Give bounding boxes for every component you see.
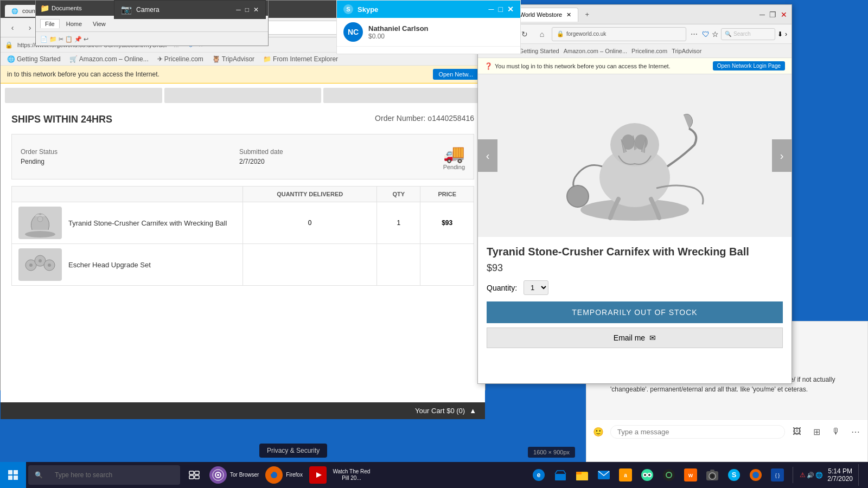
back-btn[interactable]: ‹ [5, 20, 20, 35]
firefox-taskbar-icon[interactable] [747, 466, 764, 484]
desktop-btn[interactable] [858, 464, 861, 486]
forge-bm-tripadvisor[interactable]: TripAdvisor [672, 48, 701, 54]
forge-more[interactable]: ⋯ [688, 29, 700, 39]
bookmark-tripadvisor[interactable]: 🦉 TripAdvisor [210, 54, 257, 64]
forge-url-bar[interactable]: 🔒 forgeworld.co.uk [552, 27, 686, 41]
svg-text:a: a [624, 472, 628, 478]
taskbar-search[interactable]: 🔍 [28, 465, 180, 485]
date-display: 2/7/2020 [827, 475, 853, 483]
cam-minimize[interactable]: ─ [236, 6, 241, 14]
svg-point-51 [644, 474, 646, 476]
skype-username: Nathaniel Carlson [368, 24, 514, 33]
more-btn[interactable]: ⋯ [848, 424, 863, 439]
forge-bm-started[interactable]: Getting Started [519, 48, 559, 54]
start-button[interactable] [0, 462, 26, 488]
fe-tab-file[interactable]: File [40, 19, 60, 28]
forge-warn-text: You must log in to this network before y… [495, 63, 713, 69]
forge-bm-amazon[interactable]: Amazon.com – Online... [564, 48, 627, 54]
forge-new-tab[interactable]: + [580, 9, 593, 21]
price-header: PRICE [420, 187, 474, 202]
resolution-bar: 868 × 488px [528, 447, 575, 458]
image-btn[interactable]: 🖼 [789, 424, 805, 439]
winamp-icon[interactable]: W [682, 466, 699, 484]
bookmark-ie[interactable]: 📁 From Internet Explorer [261, 54, 340, 64]
cam-close[interactable]: ✕ [253, 6, 259, 14]
qty-cell: 1 [377, 202, 420, 244]
chat-input[interactable] [610, 425, 785, 439]
qty-delivered-header: QUANTITY DELIVERED [243, 187, 377, 202]
forge-qty-select[interactable]: 1 2 3 [524, 280, 548, 295]
forge-menu[interactable]: › [785, 30, 787, 38]
skype-taskbar-icon[interactable]: S [725, 466, 743, 484]
cam-maximize[interactable]: □ [245, 6, 249, 14]
forge-login-warning: ❓ You must log in to this network before… [478, 58, 792, 74]
open-network-btn[interactable]: Open Netw... [433, 69, 478, 80]
forge-product-price: $93 [487, 262, 783, 274]
cart-bar[interactable]: Your Cart $0 (0) ▲ [1, 402, 485, 419]
forge-downloads[interactable]: ⬇ [777, 30, 783, 38]
product2-name: Escher Head Upgrade Set [68, 261, 151, 269]
orbot-icon[interactable] [660, 466, 678, 484]
emoji-btn[interactable]: 🙂 [591, 424, 606, 439]
fe-tab-view[interactable]: View [88, 20, 110, 28]
gif-btn[interactable]: ⊞ [809, 424, 824, 439]
forge-next-btn[interactable]: › [772, 139, 792, 172]
forge-bookmarks: Most Visited Getting Started Amazon.com … [478, 44, 792, 58]
task-view-btn[interactable] [182, 463, 206, 487]
clock[interactable]: 5:14 PM 2/7/2020 [827, 467, 853, 483]
forge-restore[interactable]: ❐ [769, 10, 776, 19]
skype-avatar: NC [343, 22, 363, 42]
taskbar-tor-browser[interactable]: Tor Browser [206, 463, 262, 487]
forge-bm-priceline[interactable]: Priceline.com [631, 48, 667, 54]
price-cell: $93 [420, 202, 474, 244]
forge-shield[interactable]: 🛡 [702, 30, 710, 38]
mail-icon[interactable] [595, 466, 612, 484]
camera-taskbar-icon[interactable] [704, 466, 721, 484]
truck-icon: 🚚 [443, 143, 465, 164]
ie-icon[interactable]: e [530, 466, 547, 484]
forge-close[interactable]: ✕ [781, 10, 787, 19]
skype-close[interactable]: ✕ [507, 5, 514, 14]
skype-title: Skype [358, 5, 378, 14]
forge-home[interactable]: ⌂ [534, 27, 550, 42]
forge-tab-close[interactable]: ✕ [566, 11, 571, 18]
forge-warn-icon: ❓ [484, 62, 493, 70]
store-icon[interactable] [552, 466, 569, 484]
audio-btn[interactable]: 🎙 [828, 424, 844, 439]
devtools-icon[interactable]: { } [769, 466, 786, 484]
svg-text:S: S [732, 471, 737, 479]
skype-minimize[interactable]: ─ [489, 5, 494, 14]
forge-prev-btn[interactable]: ‹ [478, 139, 497, 172]
forge-email-btn[interactable]: Email me ✉ [487, 328, 783, 348]
fe-tab-home[interactable]: Home [62, 20, 86, 28]
skype-maximize[interactable]: □ [499, 5, 503, 14]
bookmark-priceline[interactable]: ✈ Priceline.com [155, 54, 206, 64]
forge-open-network-btn[interactable]: Open Network Login Page [713, 61, 785, 70]
taskbar-firefox[interactable]: Firefox [262, 463, 306, 487]
system-tray: ⚠ 🔊 🌐 [800, 471, 823, 479]
pending-icon: 🚚 Pending [443, 143, 465, 170]
forge-oos-btn[interactable]: TEMPORARILY OUT OF STOCK [487, 301, 783, 323]
product2-thumbnail [18, 248, 62, 281]
tray-volume[interactable]: 🔊 [807, 472, 814, 479]
taskbar-search-input[interactable] [48, 465, 146, 485]
svg-rect-24 [8, 470, 12, 474]
forge-bookmark[interactable]: ☆ [712, 30, 719, 38]
login-warning: in to this network before you can access… [1, 66, 485, 84]
bookmark-amazon[interactable]: 🛒 Amazon.com – Online... [67, 54, 151, 64]
pending-label: Pending [443, 164, 465, 170]
forge-search[interactable]: 🔍 Search [721, 28, 775, 40]
desktop: Recycle Bin 📁 Documents ─ □ ✕ File Home … [0, 0, 868, 488]
amazon-icon[interactable]: a [617, 466, 634, 484]
bookmark-getting-started[interactable]: 🌐 Getting Started [5, 54, 63, 64]
file-explorer-icon[interactable] [573, 466, 591, 484]
products-table-container: QUANTITY DELIVERED QTY PRICE [1, 186, 485, 286]
forge-minimize[interactable]: ─ [760, 10, 765, 19]
skype-titlebar: S Skype ─ □ ✕ [337, 1, 520, 18]
forge-qty-label: Quantity: [487, 284, 517, 292]
skype-window: S Skype ─ □ ✕ NC Nathaniel Carlson $0.00 [336, 0, 521, 54]
taskbar-youtube[interactable]: Watch The Red Pill 20... [306, 463, 376, 487]
skype-user-info: Nathaniel Carlson $0.00 [368, 24, 514, 40]
tray-network[interactable]: 🌐 [815, 472, 823, 479]
tripadvisor-icon[interactable] [639, 466, 656, 484]
